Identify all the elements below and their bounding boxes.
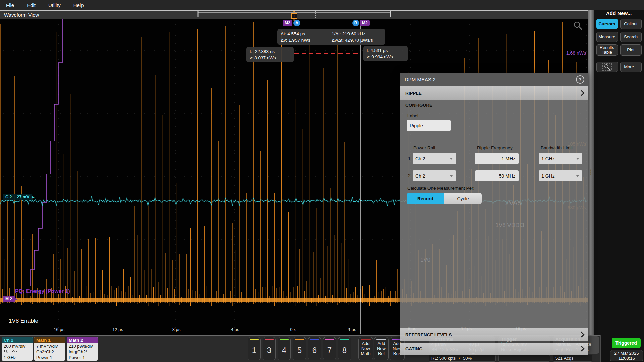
panel-splitter[interactable]: ⋮⋮⋮	[588, 10, 594, 335]
chevron-right-icon	[579, 90, 585, 96]
cursor-b-badges[interactable]: B M2	[352, 20, 370, 26]
dialog-header[interactable]: DPM MEAS 2 ?	[400, 73, 588, 86]
rail2-index: 2	[408, 173, 411, 178]
channel-button-6[interactable]: 6	[308, 337, 321, 360]
trigger-t-icon: T	[291, 13, 297, 19]
svg-text:-12 µs: -12 µs	[111, 327, 123, 332]
acq-count: 521 Acqs	[555, 356, 574, 361]
delta-v-per-t: Δv/Δt: 429.70 µWs/s	[332, 37, 382, 43]
sidebar-button-cursors[interactable]: Cursors	[596, 19, 618, 29]
ripple-frequency-column-label: Ripple Frequency	[477, 145, 513, 150]
sidebar-button-results-table[interactable]: Results Table	[596, 44, 618, 56]
c2-badge-value: 27 mV	[14, 194, 32, 200]
cycle-option[interactable]: Cycle	[444, 193, 482, 204]
menu-file[interactable]: File	[6, 2, 14, 8]
cursor-b-readout: t: 4.531 µs v: 9.994 nWs	[363, 46, 408, 61]
svg-text:-4 µs: -4 µs	[229, 327, 239, 332]
marquee-zoom-icon	[602, 63, 612, 71]
cursor-a-time: t: -22.883 ns	[250, 48, 290, 55]
graticule-zoom-icon[interactable]	[573, 21, 583, 32]
channel-card-ch2[interactable]: Ch 2 200 mV/div 1 GHz	[2, 337, 33, 361]
channel-number: 3	[267, 340, 271, 360]
channel-card-math2[interactable]: Math 2 210 pWs/div Intg(Ch2*... Power 1	[67, 337, 98, 361]
channel-scale: 7 mV*V/div	[34, 343, 65, 349]
ripple-section-row[interactable]: RIPPLE	[400, 86, 588, 100]
channel-button-1[interactable]: 1	[248, 337, 261, 360]
more-button[interactable]: More...	[620, 62, 642, 72]
ripple-section-label: RIPPLE	[405, 90, 422, 96]
record-option[interactable]: Record	[407, 193, 444, 204]
rail1-source-dropdown[interactable]: Ch 2	[413, 153, 456, 164]
reference-levels-row[interactable]: REFERENCE LEVELS	[400, 328, 588, 341]
record-length-strip[interactable]: RL: 500 kpts ▼ 50%	[429, 355, 496, 362]
splitter-grip-icon: ⋮⋮⋮	[589, 170, 593, 176]
date-label: 27 Mar 2025	[614, 351, 639, 356]
label-input[interactable]: Ripple	[407, 120, 451, 131]
sidebar-button-search[interactable]: Search	[620, 32, 642, 42]
cursor-b-time: t: 4.531 µs	[367, 47, 404, 54]
cursor-delta-readout: Δt: 4.554 µs 1/Δt: 219.60 kHz Δv: 1.957 …	[277, 29, 385, 45]
rail2-bandwidth-dropdown[interactable]: 1 GHz	[539, 170, 582, 181]
channel-number: 7	[327, 340, 332, 360]
svg-text:4 µs: 4 µs	[348, 327, 356, 332]
channel-button-3[interactable]: 3	[263, 337, 276, 360]
sidebar-button-callout[interactable]: Callout	[620, 19, 642, 29]
menu-utility[interactable]: Utility	[48, 2, 61, 8]
cursor-a-readout: t: -22.883 ns v: 8.037 nWs	[246, 47, 294, 62]
power-rail-column-label: Power Rail	[413, 145, 435, 150]
help-icon[interactable]: ?	[576, 75, 584, 84]
label-caption: Label	[407, 113, 418, 118]
rail1-frequency-input[interactable]: 1 MHz	[475, 153, 519, 164]
channel-button-8[interactable]: 8	[338, 337, 351, 360]
channel-number: 4	[282, 340, 286, 360]
gating-row[interactable]: GATING	[400, 343, 588, 355]
cursor-b-badge[interactable]: B	[352, 20, 359, 26]
svg-text:-8 µs: -8 µs	[171, 327, 181, 332]
triggered-status-badge: Triggered	[612, 338, 641, 348]
delta-v: Δv: 1.957 nWs	[281, 37, 332, 43]
m2-badge-pointer-icon: ▶	[14, 297, 17, 301]
sidebar-button-measure[interactable]: Measure	[596, 32, 618, 42]
rail2-source-dropdown[interactable]: Ch 2	[413, 170, 456, 181]
sidebar-button-plot[interactable]: Plot	[620, 44, 642, 56]
marquee-zoom-button[interactable]	[596, 62, 618, 72]
channel-scale: 200 mV/div	[2, 343, 33, 349]
channel-number: 8	[342, 340, 347, 360]
trigger-position-icon: ▼	[458, 357, 461, 360]
trigger-position-marker[interactable]: ▼ T ▼	[290, 10, 298, 22]
rail2-frequency-input[interactable]: 50 MHz	[475, 170, 519, 181]
add-new-ref-button[interactable]: AddNewRef	[374, 337, 389, 360]
svg-text:0 s: 0 s	[290, 327, 296, 332]
c2-badge-pointer-icon: ▶	[32, 195, 34, 199]
configure-label: CONFIGURE	[405, 103, 432, 108]
acquisition-count-strip: 521 Acqs	[553, 355, 592, 362]
menu-edit[interactable]: Edit	[27, 2, 36, 8]
rail1-bandwidth-dropdown[interactable]: 1 GHz	[539, 153, 582, 164]
channel-button-7[interactable]: 7	[323, 337, 336, 360]
math2-level-badge[interactable]: M 2 ▶	[3, 296, 17, 302]
add-new-math-button[interactable]: AddNewMath	[358, 337, 373, 360]
channel2-level-badge[interactable]: C 2 27 mV ▶	[3, 194, 35, 200]
channel-number: 6	[312, 340, 317, 360]
channel-button-5[interactable]: 5	[293, 337, 306, 360]
cursor-b-m2-badge[interactable]: M2	[360, 20, 370, 26]
c2-badge-name: C 2	[3, 194, 14, 200]
calc-per-toggle: Record Cycle	[407, 193, 482, 204]
datetime-display: 27 Mar 2025 11:08:16	[610, 350, 643, 361]
trigger-position-percent: 50%	[463, 356, 472, 361]
channel-card-math1[interactable]: Math 1 7 mV*V/div Ch2*Ch2 Power 1	[34, 337, 65, 361]
sidebar-divider	[596, 59, 641, 59]
gating-label: GATING	[405, 346, 423, 351]
menu-help[interactable]: Help	[73, 2, 84, 8]
channel-extra: Power 1	[67, 355, 98, 360]
channel-card-title: Math 1	[34, 337, 65, 343]
status-zone: Triggered 27 Mar 2025 11:08:16	[600, 335, 644, 362]
chevron-right-icon	[579, 332, 585, 338]
rail1-index: 1	[408, 156, 411, 161]
channel-scale: 210 pWs/div	[67, 343, 98, 349]
channel-button-4[interactable]: 4	[278, 337, 291, 360]
channel-info	[2, 349, 33, 355]
menu-bar: FileEditUtilityHelp	[0, 0, 644, 10]
chevron-right-icon	[579, 346, 585, 352]
add-color-bar	[376, 339, 386, 340]
